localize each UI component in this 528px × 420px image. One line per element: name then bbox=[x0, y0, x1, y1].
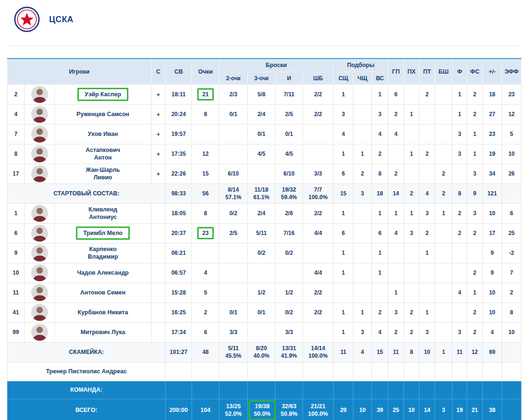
stat-cell bbox=[166, 362, 192, 381]
stat-cell: 1 bbox=[453, 104, 467, 124]
stat-cell bbox=[303, 124, 334, 144]
player-name[interactable]: Митрович Лука bbox=[81, 328, 126, 336]
stat-cell bbox=[166, 381, 192, 399]
player-number: 4 bbox=[8, 104, 25, 124]
stat-value: 21/21 100.0% bbox=[308, 403, 328, 419]
stat-cell: 13/25 52.0% bbox=[219, 399, 248, 420]
stat-cell: 1 bbox=[372, 84, 388, 104]
stat-value: 5 bbox=[204, 289, 207, 296]
stat-cell: 2 bbox=[404, 322, 419, 342]
stat-value: 1 bbox=[378, 269, 382, 277]
stat-value: 4 bbox=[361, 348, 364, 356]
stat-cell: 10 bbox=[502, 144, 521, 164]
stat-cell bbox=[388, 362, 404, 381]
stat-value: 4 bbox=[378, 328, 382, 336]
stat-cell: 2 bbox=[419, 223, 435, 243]
stat-cell: 1 bbox=[419, 243, 435, 263]
stat-value: 2/3 bbox=[229, 91, 237, 98]
player-avatar[interactable] bbox=[31, 244, 48, 261]
player-avatar[interactable] bbox=[31, 205, 48, 222]
player-avatar[interactable] bbox=[31, 304, 48, 321]
stat-cell: 200:00 bbox=[166, 399, 192, 420]
player-name[interactable]: Астапкович Антон bbox=[86, 146, 120, 162]
stat-cell: 2 bbox=[453, 223, 467, 243]
stat-cell: 1 bbox=[467, 124, 483, 144]
stat-value: 2 bbox=[473, 91, 477, 98]
stat-cell: 3 bbox=[388, 302, 404, 322]
stat-cell: 98:33 bbox=[166, 184, 192, 203]
stat-value: 1 bbox=[410, 110, 413, 118]
stat-cell: 17:35 bbox=[166, 144, 192, 164]
stat-value: 6/10 bbox=[228, 170, 239, 177]
stat-cell: 2 bbox=[388, 104, 404, 124]
starter-mark: + bbox=[151, 144, 166, 164]
stat-value: -2 bbox=[509, 249, 514, 257]
stat-cell: 2/2 bbox=[303, 104, 334, 124]
player-avatar[interactable] bbox=[31, 264, 48, 281]
stat-value: 19 bbox=[456, 406, 463, 414]
stat-cell: 4 bbox=[453, 283, 467, 302]
stat-cell: 1 bbox=[435, 203, 453, 223]
stat-value: 0/2 bbox=[229, 210, 237, 217]
stat-cell: 16:25 bbox=[166, 302, 192, 322]
stat-value: 3/3 bbox=[229, 328, 237, 336]
stat-cell: 4 bbox=[388, 223, 404, 243]
stat-cell: 06:57 bbox=[166, 263, 192, 283]
stat-value: 16:25 bbox=[171, 309, 186, 316]
player-name-cell: Жан-Шарль Ливио bbox=[55, 164, 151, 184]
player-avatar[interactable] bbox=[31, 86, 48, 103]
stat-value: 8 bbox=[510, 309, 513, 316]
player-name[interactable]: Ухов Иван bbox=[88, 130, 118, 138]
player-name[interactable]: Антонов Семен bbox=[80, 289, 126, 296]
team-logo-icon bbox=[14, 7, 40, 32]
stat-value: 56 bbox=[202, 190, 209, 197]
stat-cell: 2/2 bbox=[303, 302, 334, 322]
stat-cell bbox=[419, 104, 435, 124]
stat-value: 1 bbox=[442, 348, 445, 356]
stat-value: 10 bbox=[489, 309, 495, 316]
stat-value: 8 bbox=[410, 348, 413, 356]
player-name[interactable]: Чадов Александр bbox=[77, 269, 129, 277]
stat-cell: 3/3 bbox=[219, 322, 248, 342]
stat-value: 34 bbox=[489, 170, 495, 177]
stat-value: 0/1 bbox=[229, 110, 237, 118]
stat-cell: 1 bbox=[372, 243, 388, 263]
stat-value: 3 bbox=[394, 309, 398, 316]
player-name[interactable]: Кливленд Антониус bbox=[89, 206, 117, 221]
stat-cell bbox=[404, 283, 419, 302]
stat-value: 2 bbox=[410, 328, 413, 336]
stat-value: 7/11 bbox=[284, 91, 294, 98]
col-header-plusminus: +/- bbox=[483, 59, 502, 84]
stat-cell bbox=[276, 263, 303, 283]
player-avatar[interactable] bbox=[31, 145, 48, 162]
stat-cell bbox=[388, 263, 404, 283]
player-name[interactable]: Руженцев Самсон bbox=[76, 110, 129, 118]
player-avatar[interactable] bbox=[31, 126, 48, 143]
stat-value: 29 bbox=[340, 406, 347, 414]
player-avatar[interactable] bbox=[31, 165, 48, 182]
stat-cell bbox=[248, 362, 276, 381]
player-name[interactable]: Тримбл Мело bbox=[76, 227, 129, 240]
player-avatar[interactable] bbox=[31, 106, 48, 123]
player-number: 11 bbox=[8, 283, 25, 302]
stat-cell: 19 bbox=[453, 399, 467, 420]
player-avatar[interactable] bbox=[31, 225, 48, 242]
player-avatar[interactable] bbox=[31, 284, 48, 301]
col-header-steals: ПХ bbox=[404, 59, 419, 84]
player-number: 2 bbox=[8, 84, 25, 104]
player-name[interactable]: Курбанов Никита bbox=[78, 309, 128, 316]
stat-cell: 25 bbox=[388, 399, 404, 420]
stat-value: 12 bbox=[202, 150, 209, 158]
stat-value: 8/20 40.0% bbox=[253, 344, 269, 360]
player-avatar[interactable] bbox=[31, 324, 48, 341]
stat-value: 4 bbox=[394, 130, 398, 138]
col-header-ft: ШБ bbox=[303, 72, 334, 84]
player-name[interactable]: Жан-Шарль Ливио bbox=[86, 166, 120, 182]
stat-cell: 1 bbox=[388, 203, 404, 223]
team-name: ЦСКА bbox=[49, 15, 74, 25]
stat-cell: 11 bbox=[334, 342, 353, 362]
stat-cell: 2/2 bbox=[303, 84, 334, 104]
player-name[interactable]: Уэйр Каспер bbox=[77, 88, 128, 101]
player-name[interactable]: Карпенко Владимир bbox=[88, 245, 118, 261]
stat-cell bbox=[353, 84, 372, 104]
